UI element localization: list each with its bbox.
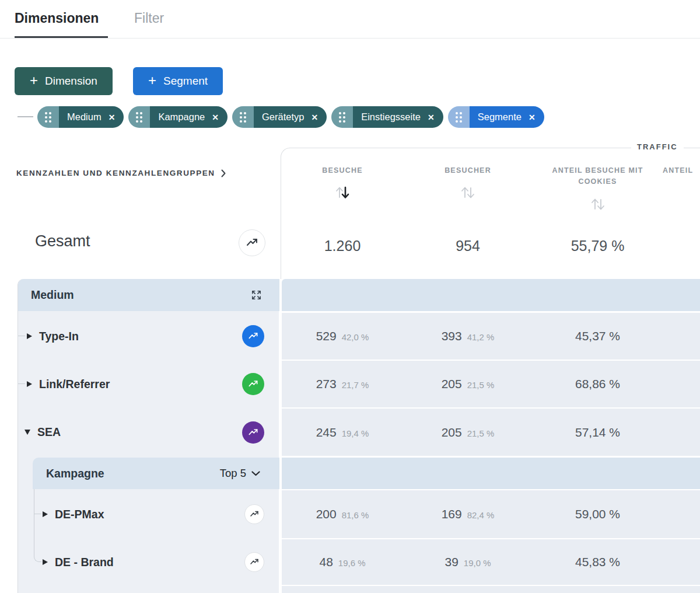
- chevron-down-icon[interactable]: [24, 430, 30, 435]
- column-anteil-besuche-mit-cookies: ANTEIL BESUCHE MIT COOKIES: [533, 165, 663, 213]
- chevron-right-icon[interactable]: [43, 511, 48, 517]
- chevron-right-icon[interactable]: [27, 381, 32, 387]
- total-besuche: 1.260: [282, 238, 403, 254]
- dimension-row-type-in[interactable]: Type-In: [18, 313, 279, 360]
- chevron-right-icon[interactable]: [27, 333, 32, 339]
- row-limit-label: Top 5: [220, 467, 246, 480]
- drag-handle-icon[interactable]: [448, 106, 470, 128]
- column-besucher: BESUCHER: [403, 165, 533, 213]
- dimension-group-header-medium: Medium: [18, 279, 279, 311]
- values-row-sea: 24519,4 % 20521,5 % 57,14 %: [282, 409, 700, 456]
- chevron-right-icon: [221, 169, 226, 177]
- chip-label: Gerätetyp: [262, 111, 304, 123]
- chip-einstiegsseite[interactable]: Einstiegsseite ✕: [331, 106, 443, 128]
- trend-chart-icon[interactable]: [239, 229, 265, 256]
- remove-chip-icon[interactable]: ✕: [428, 113, 435, 122]
- drag-handle-icon[interactable]: [128, 106, 150, 128]
- trend-chart-icon[interactable]: [244, 504, 264, 524]
- tree-connector: [18, 336, 25, 336]
- total-anteil-cookies: 55,79 %: [533, 238, 663, 254]
- add-segment-label: Segment: [163, 75, 208, 88]
- remove-chip-icon[interactable]: ✕: [212, 113, 219, 122]
- chevron-right-icon[interactable]: [43, 559, 48, 565]
- plus-icon: +: [148, 74, 156, 88]
- remove-chip-icon[interactable]: ✕: [108, 113, 116, 122]
- besuche-value: 48: [319, 555, 332, 569]
- add-segment-button[interactable]: + Segment: [133, 67, 223, 95]
- chip-geraetetyp[interactable]: Gerätetyp ✕: [232, 106, 327, 128]
- dimension-row-de-brand[interactable]: DE - Brand: [18, 539, 279, 585]
- metric-group-label: TRAFFIC: [631, 142, 684, 151]
- values-row-link-referrer: 27321,7 % 20521,5 % 68,86 %: [282, 361, 700, 407]
- tab-dimensionen[interactable]: Dimensionen: [15, 11, 99, 26]
- chip-label: Kampagne: [158, 111, 205, 123]
- add-dimension-button[interactable]: + Dimension: [15, 67, 113, 95]
- besuche-percent: 81,6 %: [342, 510, 369, 520]
- chip-segmente[interactable]: Segmente ✕: [448, 106, 544, 128]
- remove-chip-icon[interactable]: ✕: [528, 113, 536, 122]
- remove-chip-icon[interactable]: ✕: [311, 113, 318, 122]
- tree-connector: [34, 489, 41, 562]
- trend-chart-icon[interactable]: [242, 373, 264, 395]
- dimension-row-link-referrer[interactable]: Link/Referrer: [18, 361, 279, 407]
- column-label: BESUCHE: [322, 165, 363, 176]
- row-label: Type-In: [39, 330, 242, 343]
- kpi-groups-label: KENNZAHLEN UND KENNZAHLENGRUPPEN: [16, 169, 215, 177]
- expand-icon[interactable]: [250, 288, 263, 302]
- drag-handle-icon[interactable]: [37, 106, 59, 128]
- tab-filter[interactable]: Filter: [134, 11, 164, 26]
- kpi-groups-header[interactable]: KENNZAHLEN UND KENNZAHLENGRUPPEN: [16, 169, 226, 177]
- row-label: DE - Brand: [55, 556, 244, 569]
- sort-icon[interactable]: [459, 183, 477, 201]
- besuche-value: 273: [316, 377, 337, 391]
- besuche-percent: 42,0 %: [342, 332, 369, 342]
- row-limit-dropdown[interactable]: Top 5: [220, 467, 260, 480]
- sub-group-header-band: [282, 458, 700, 489]
- besucher-percent: 19,0 %: [464, 558, 491, 568]
- total-row-label: Gesamt: [35, 232, 90, 250]
- row-label: DE-PMax: [55, 508, 244, 521]
- trend-chart-icon[interactable]: [244, 552, 264, 572]
- chip-medium[interactable]: Medium ✕: [37, 106, 124, 128]
- besucher-percent: 82,4 %: [467, 510, 495, 520]
- besuche-value: 200: [316, 507, 337, 521]
- values-row-partial: [282, 586, 700, 593]
- dimension-panel: Medium Type-In Link/Referrer: [18, 279, 279, 593]
- column-besuche: BESUCHE: [282, 165, 403, 213]
- anteil-cookies-value: 45,83 %: [575, 555, 620, 569]
- add-dimension-label: Dimension: [45, 75, 97, 88]
- metric-column-headers: BESUCHE BESUCHER ANTEIL BESUCHE MIT COOK…: [282, 165, 700, 213]
- dimension-row-sea[interactable]: SEA: [18, 409, 279, 456]
- group-header-band: [282, 279, 700, 311]
- besucher-value: 205: [442, 425, 462, 439]
- trend-chart-icon[interactable]: [242, 325, 264, 347]
- sort-icon[interactable]: [334, 183, 351, 201]
- values-row-de-brand: 4819,6 % 3919,0 % 45,83 %: [282, 539, 700, 585]
- chip-label: Segmente: [478, 111, 522, 123]
- besuche-value: 529: [316, 329, 337, 343]
- chip-connector-dash: [18, 116, 33, 117]
- besucher-value: 39: [444, 555, 458, 569]
- tree-connector: [34, 514, 41, 514]
- analytics-dimension-panel: Dimensionen Filter + Dimension + Segment…: [0, 0, 700, 593]
- column-label: ANTEIL: [663, 165, 693, 176]
- drag-handle-icon[interactable]: [232, 106, 254, 128]
- row-label: Link/Referrer: [39, 378, 242, 391]
- column-label: BESUCHER: [444, 165, 491, 176]
- dimension-row-de-pmax[interactable]: DE-PMax: [18, 490, 279, 538]
- values-row-de-pmax: 20081,6 % 16982,4 % 59,00 %: [282, 490, 700, 538]
- anteil-cookies-value: 45,37 %: [575, 329, 620, 343]
- besuche-percent: 21,7 %: [342, 380, 369, 390]
- sort-icon[interactable]: [589, 194, 607, 213]
- besucher-value: 169: [442, 507, 462, 521]
- chip-kampagne[interactable]: Kampagne ✕: [128, 106, 228, 128]
- anteil-cookies-value: 57,14 %: [575, 425, 620, 439]
- drag-handle-icon[interactable]: [331, 106, 353, 128]
- trend-chart-icon[interactable]: [242, 421, 264, 444]
- tabs-divider: [0, 38, 700, 39]
- row-label: SEA: [37, 425, 242, 439]
- besuche-value: 245: [316, 425, 337, 439]
- besucher-percent: 21,5 %: [467, 380, 495, 390]
- dimension-group-name: Medium: [31, 288, 250, 302]
- chip-label: Medium: [67, 111, 102, 123]
